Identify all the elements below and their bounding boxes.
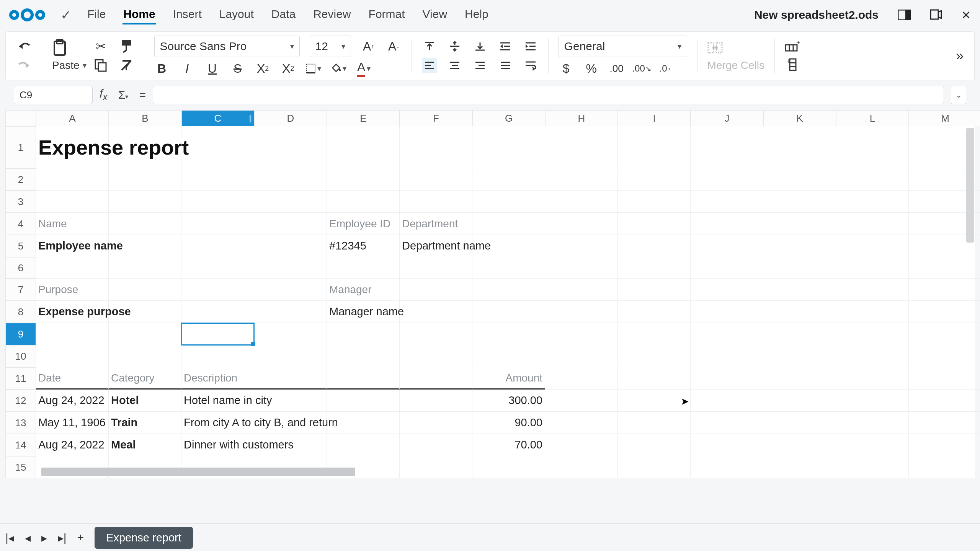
strikethrough-icon[interactable]: S: [230, 61, 245, 76]
subscript-icon[interactable]: X2: [255, 61, 271, 76]
cell-J12[interactable]: [691, 390, 763, 412]
col-header-J[interactable]: J: [691, 110, 763, 126]
cell-A12[interactable]: Aug 24, 2022: [36, 390, 109, 412]
cell-G6[interactable]: [472, 257, 545, 279]
cell-B4[interactable]: [109, 213, 181, 235]
cell-C6[interactable]: [181, 257, 254, 279]
cell-J11[interactable]: [691, 367, 763, 390]
cell-A1[interactable]: Expense report: [36, 126, 109, 168]
font-family-select[interactable]: Source Sans Pro▾: [154, 36, 300, 57]
cell-I6[interactable]: [618, 257, 691, 279]
cell-K7[interactable]: [763, 279, 836, 301]
cell-B12[interactable]: Hotel: [109, 390, 181, 412]
cell-G14[interactable]: 70.00: [472, 434, 545, 456]
cell-C12[interactable]: Hotel name in city: [181, 390, 254, 412]
cell-I14[interactable]: [618, 434, 691, 456]
cell-H2[interactable]: [545, 168, 618, 191]
cell-L1[interactable]: [836, 126, 909, 168]
cell-L14[interactable]: [836, 434, 909, 456]
cell-C11[interactable]: Description: [181, 367, 254, 390]
row-header-9[interactable]: 9: [5, 323, 36, 345]
font-size-select[interactable]: 12▾: [310, 36, 351, 57]
cell-F13[interactable]: [400, 412, 472, 434]
add-sheet-icon[interactable]: +: [77, 531, 84, 544]
cell-J13[interactable]: [691, 412, 763, 434]
insert-col-icon[interactable]: +: [785, 58, 800, 73]
cell-K12[interactable]: [763, 390, 836, 412]
cell-F11[interactable]: [400, 367, 472, 390]
col-header-L[interactable]: L: [836, 110, 909, 126]
format-painter-icon[interactable]: [119, 39, 134, 54]
menu-view[interactable]: View: [422, 5, 448, 24]
cell-C4[interactable]: [181, 213, 254, 235]
row-header-2[interactable]: 2: [5, 168, 36, 191]
cell-I11[interactable]: [618, 367, 691, 390]
cell-I10[interactable]: [618, 345, 691, 367]
cell-H5[interactable]: [545, 235, 618, 257]
cell-H14[interactable]: [545, 434, 618, 456]
first-sheet-icon[interactable]: |◂: [5, 531, 14, 544]
cell-H6[interactable]: [545, 257, 618, 279]
cell-F8[interactable]: [400, 301, 472, 323]
cell-D9[interactable]: [254, 323, 327, 345]
cell-A9[interactable]: [36, 323, 109, 345]
borders-icon[interactable]: ▾: [306, 61, 321, 76]
menu-layout[interactable]: Layout: [219, 5, 255, 24]
cell-E14[interactable]: [327, 434, 400, 456]
cell-M6[interactable]: [909, 257, 980, 279]
cell-A3[interactable]: [36, 191, 109, 213]
cell-B13[interactable]: Train: [109, 412, 181, 434]
cell-D6[interactable]: [254, 257, 327, 279]
cell-L4[interactable]: [836, 213, 909, 235]
formula-input[interactable]: [153, 86, 944, 104]
cell-G8[interactable]: [472, 301, 545, 323]
menu-insert[interactable]: Insert: [172, 5, 203, 24]
cell-I2[interactable]: [618, 168, 691, 191]
cell-M12[interactable]: [909, 390, 980, 412]
menu-file[interactable]: File: [87, 5, 106, 24]
cell-E2[interactable]: [327, 168, 400, 191]
cell-H3[interactable]: [545, 191, 618, 213]
cell-L8[interactable]: [836, 301, 909, 323]
currency-icon[interactable]: $: [559, 61, 574, 76]
cell-J3[interactable]: [691, 191, 763, 213]
menu-review[interactable]: Review: [312, 5, 351, 24]
cell-D1[interactable]: [254, 126, 327, 168]
cell-G10[interactable]: [472, 345, 545, 367]
cell-H9[interactable]: [545, 323, 618, 345]
row-header-6[interactable]: 6: [5, 257, 36, 279]
cell-H15[interactable]: [545, 456, 618, 478]
col-header-E[interactable]: E: [327, 110, 400, 126]
close-icon[interactable]: ✕: [961, 8, 971, 22]
row-header-11[interactable]: 11: [5, 367, 36, 390]
cell-E4[interactable]: Employee ID: [327, 213, 400, 235]
cell-D2[interactable]: [254, 168, 327, 191]
cell-A4[interactable]: Name: [36, 213, 109, 235]
cell-E5[interactable]: #12345: [327, 235, 400, 257]
cell-G11[interactable]: Amount: [472, 367, 545, 390]
prev-sheet-icon[interactable]: ◂: [25, 531, 31, 544]
clear-format-icon[interactable]: [119, 58, 134, 73]
cell-L11[interactable]: [836, 367, 909, 390]
bold-icon[interactable]: B: [154, 61, 170, 76]
cell-D5[interactable]: [254, 235, 327, 257]
users-icon[interactable]: [930, 9, 942, 21]
cell-L3[interactable]: [836, 191, 909, 213]
cell-D10[interactable]: [254, 345, 327, 367]
cell-A2[interactable]: [36, 168, 109, 191]
cell-F5[interactable]: Department name: [400, 235, 472, 257]
cell-J8[interactable]: [691, 301, 763, 323]
shrink-font-icon[interactable]: A↓: [386, 39, 402, 54]
cell-J5[interactable]: [691, 235, 763, 257]
percent-icon[interactable]: %: [584, 61, 599, 76]
cell-G13[interactable]: 90.00: [472, 412, 545, 434]
redo-icon[interactable]: [16, 58, 32, 73]
menu-format[interactable]: Format: [368, 5, 406, 24]
cell-B2[interactable]: [109, 168, 181, 191]
cell-G4[interactable]: [472, 213, 545, 235]
cell-B14[interactable]: Meal: [109, 434, 181, 456]
cell-K15[interactable]: [763, 456, 836, 478]
row-header-14[interactable]: 14: [5, 434, 36, 456]
cell-K1[interactable]: [763, 126, 836, 168]
merge-icon[interactable]: [707, 40, 723, 55]
